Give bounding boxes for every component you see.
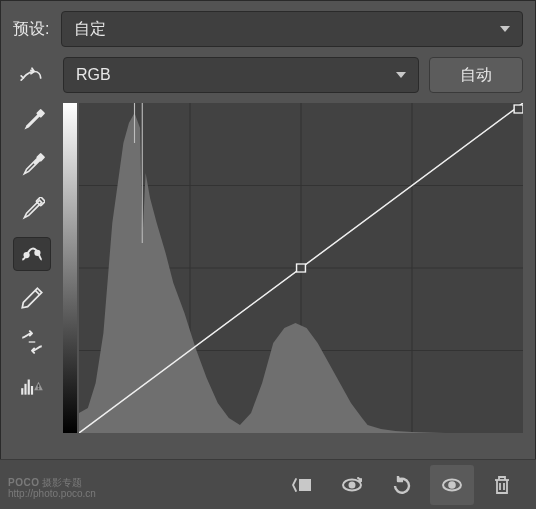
svg-rect-10	[38, 388, 40, 389]
pencil-tool[interactable]	[13, 281, 51, 315]
chevron-down-icon	[500, 26, 510, 32]
curves-canvas[interactable]	[79, 103, 523, 433]
bottom-bar: POCO 摄影专题 http://photo.poco.cn	[0, 459, 536, 509]
preset-value: 自定	[74, 19, 106, 40]
reset-button[interactable]	[380, 465, 424, 505]
preset-label: 预设:	[13, 19, 49, 40]
curve-point-tool[interactable]	[13, 237, 51, 271]
svg-rect-7	[28, 380, 30, 395]
watermark: POCO 摄影专题 http://photo.poco.cn	[8, 477, 96, 499]
svg-rect-8	[31, 386, 33, 395]
smear-tool[interactable]	[13, 61, 51, 95]
smooth-tool[interactable]	[13, 325, 51, 359]
svg-rect-6	[24, 384, 26, 395]
svg-rect-21	[299, 479, 311, 491]
view-previous-state-button[interactable]	[330, 465, 374, 505]
white-point-eyedropper[interactable]	[13, 193, 51, 227]
svg-point-4	[35, 251, 39, 255]
svg-point-23	[350, 482, 355, 487]
curve-whitepoint-handle	[514, 105, 523, 113]
curve-midpoint-handle	[297, 264, 306, 272]
auto-button[interactable]: 自动	[429, 57, 523, 93]
clip-to-layer-button[interactable]	[280, 465, 324, 505]
preset-select[interactable]: 自定	[61, 11, 523, 47]
delete-button[interactable]	[480, 465, 524, 505]
channel-value: RGB	[76, 66, 111, 84]
svg-rect-5	[21, 388, 23, 395]
svg-point-25	[449, 482, 455, 488]
channel-select[interactable]: RGB	[63, 57, 419, 93]
svg-rect-9	[38, 384, 40, 387]
output-gradient-strip	[63, 103, 77, 433]
curves-editor[interactable]	[63, 103, 523, 433]
auto-label: 自动	[460, 65, 492, 86]
histogram-warning[interactable]	[13, 369, 51, 403]
toggle-visibility-button[interactable]	[430, 465, 474, 505]
svg-point-3	[24, 253, 28, 257]
chevron-down-icon	[396, 72, 406, 78]
left-toolbar	[13, 57, 51, 433]
black-point-eyedropper[interactable]	[13, 105, 51, 139]
gray-point-eyedropper[interactable]	[13, 149, 51, 183]
